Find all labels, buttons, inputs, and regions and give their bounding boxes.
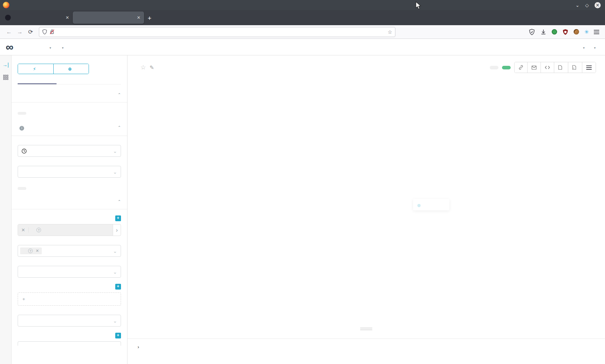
export-csv-button[interactable]: x bbox=[568, 62, 582, 73]
chart-legend bbox=[127, 73, 605, 84]
druid-favicon bbox=[5, 15, 11, 21]
menu-icon[interactable] bbox=[594, 30, 599, 34]
file-icon: x bbox=[572, 65, 576, 70]
section-query[interactable]: ⌃ bbox=[12, 191, 127, 209]
lightning-icon: ⚡ bbox=[33, 66, 36, 72]
sort-by-select[interactable] bbox=[18, 341, 121, 346]
nav-sql-lab[interactable]: ▾ bbox=[49, 44, 51, 50]
time-grain-select[interactable]: ⌄ bbox=[18, 166, 121, 178]
add-sort-button[interactable]: + bbox=[115, 333, 121, 338]
chevron-down-icon: ⌄ bbox=[113, 248, 117, 254]
question-icon: ? bbox=[36, 228, 41, 232]
drag-handle-icon[interactable] bbox=[360, 328, 372, 330]
menu-icon bbox=[586, 65, 592, 70]
control-panel: ⚡ ⊕ ⌃ i ⌃ ⌄ ⌄ bbox=[12, 55, 127, 364]
window-minimize-icon[interactable]: ⌄ bbox=[575, 3, 579, 8]
superset-navbar: ∞ ▾ ▾ ▾ ▾ bbox=[0, 39, 605, 55]
group-by-select[interactable]: ? ✕ ⌄ bbox=[18, 245, 121, 257]
browser-toolbar: ← → ⟳ ☆ ✳ bbox=[0, 25, 605, 39]
chevron-down-icon: ⌄ bbox=[113, 169, 117, 175]
chart-tooltip bbox=[413, 199, 449, 210]
more-options-button[interactable] bbox=[582, 62, 596, 73]
ublock-shield-icon[interactable] bbox=[562, 29, 569, 35]
chevron-right-icon[interactable]: › bbox=[113, 224, 121, 236]
download-icon[interactable] bbox=[540, 29, 547, 35]
question-icon: ? bbox=[28, 249, 33, 253]
firefox-logo-icon bbox=[3, 2, 9, 8]
tab-close-icon[interactable]: ✕ bbox=[64, 15, 69, 20]
query-timer-badge bbox=[502, 66, 511, 69]
tab-apache-druid[interactable]: ✕ bbox=[1, 12, 73, 24]
remove-chip-icon[interactable]: ✕ bbox=[36, 249, 39, 253]
file-icon bbox=[558, 65, 562, 70]
svg-text:x: x bbox=[573, 67, 574, 69]
window-titlebar: ⌄ ◇ ✕ bbox=[0, 0, 605, 10]
chevron-up-icon: ⌃ bbox=[118, 199, 121, 204]
superset-favicon bbox=[76, 15, 82, 21]
embed-code-button[interactable] bbox=[541, 62, 554, 73]
section-time[interactable]: i ⌃ bbox=[12, 116, 127, 136]
reload-icon[interactable]: ⟳ bbox=[25, 28, 36, 35]
metric-item[interactable]: ✕ ? › bbox=[18, 224, 121, 236]
time-column-select[interactable]: ⌄ bbox=[18, 145, 121, 157]
pocket-shield-icon[interactable] bbox=[529, 29, 535, 35]
time-range-value[interactable] bbox=[18, 187, 26, 190]
chevron-down-icon: ⌄ bbox=[113, 318, 117, 324]
share-link-button[interactable] bbox=[515, 62, 528, 73]
add-filter-button[interactable]: + bbox=[115, 284, 121, 290]
cookie-icon[interactable] bbox=[574, 29, 579, 35]
expand-panel-icon[interactable]: →| bbox=[3, 62, 9, 68]
superset-logo-icon[interactable]: ∞ bbox=[6, 42, 13, 53]
add-new-button[interactable]: ▾ bbox=[583, 44, 585, 50]
new-tab-button[interactable]: + bbox=[148, 15, 152, 22]
series-dot-icon bbox=[417, 204, 421, 207]
multi-account-icon[interactable]: ✳ bbox=[584, 29, 589, 35]
chevron-down-icon: ⌄ bbox=[113, 269, 117, 275]
contribution-mode-select[interactable]: ⌄ bbox=[18, 266, 121, 278]
chevron-up-icon: ⌃ bbox=[118, 125, 121, 130]
tab-customize[interactable] bbox=[75, 79, 114, 84]
add-metric-button[interactable]: + bbox=[115, 215, 121, 221]
series-limit-select[interactable]: ⌄ bbox=[18, 315, 121, 327]
tab-bar: ✕ ✕ + bbox=[0, 10, 605, 25]
chevron-up-icon: ⌃ bbox=[118, 92, 121, 97]
window-restore-icon[interactable]: ◇ bbox=[585, 3, 589, 8]
dataset-grid-icon[interactable] bbox=[3, 75, 8, 80]
plus-circle-icon: ⊕ bbox=[68, 66, 72, 72]
section-chart-type[interactable]: ⌃ bbox=[12, 85, 127, 103]
run-button[interactable]: ⚡ bbox=[18, 64, 53, 74]
back-icon[interactable]: ← bbox=[4, 29, 14, 35]
tab-data[interactable] bbox=[18, 79, 57, 84]
chart-canvas[interactable] bbox=[127, 87, 605, 323]
tab-close-icon[interactable]: ✕ bbox=[135, 15, 140, 20]
viz-type-value[interactable] bbox=[18, 112, 26, 115]
settings-menu[interactable]: ▾ bbox=[594, 44, 596, 50]
tab-earthquakes[interactable]: ✕ bbox=[73, 12, 144, 24]
nav-data[interactable]: ▾ bbox=[62, 44, 64, 50]
tracking-shield-icon[interactable] bbox=[42, 29, 47, 35]
data-section-header[interactable]: › bbox=[127, 338, 605, 350]
row-count-badge bbox=[490, 66, 498, 69]
plus-icon: + bbox=[22, 296, 25, 302]
add-filter-dropzone[interactable]: + bbox=[18, 292, 121, 306]
collapse-strip: →| bbox=[0, 55, 12, 364]
forward-icon[interactable]: → bbox=[14, 29, 25, 35]
extension-green-icon[interactable] bbox=[552, 29, 557, 35]
group-by-chip[interactable]: ? ✕ bbox=[20, 247, 42, 254]
save-button[interactable]: ⊕ bbox=[53, 64, 89, 74]
email-button[interactable] bbox=[528, 62, 541, 73]
export-json-button[interactable] bbox=[554, 62, 568, 73]
remove-metric-icon[interactable]: ✕ bbox=[18, 227, 29, 233]
link-icon bbox=[519, 65, 523, 70]
window-close-icon[interactable]: ✕ bbox=[595, 2, 601, 8]
chevron-down-icon: ⌄ bbox=[113, 148, 117, 154]
code-icon bbox=[545, 65, 550, 69]
favorite-star-icon[interactable]: ☆ bbox=[140, 64, 146, 71]
bookmark-star-icon[interactable]: ☆ bbox=[385, 29, 392, 35]
edit-title-icon[interactable]: ✎ bbox=[149, 64, 154, 71]
info-icon: i bbox=[19, 126, 24, 131]
url-bar[interactable]: ☆ bbox=[39, 27, 395, 37]
insecure-lock-icon[interactable] bbox=[49, 29, 55, 35]
chart-container: ☆ ✎ bbox=[127, 55, 605, 364]
panel-resizer[interactable] bbox=[127, 323, 605, 338]
